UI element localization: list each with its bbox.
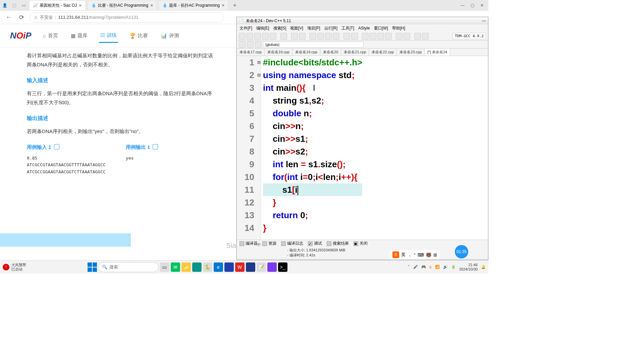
notifications-icon[interactable]: 🔔 (481, 265, 486, 269)
mic-icon[interactable]: 🎤 (413, 265, 418, 269)
tab-close[interactable]: ✖关闭 (354, 241, 368, 246)
close-icon[interactable]: × (79, 3, 82, 8)
menu-file[interactable]: 文件[F] (239, 25, 252, 31)
reload-button[interactable]: ⟳ (17, 13, 26, 22)
menu-search[interactable]: 搜索[S] (273, 25, 286, 31)
tab-compile-log[interactable]: 编译日志 (281, 241, 303, 246)
run-button[interactable] (317, 33, 324, 40)
menu-view[interactable]: 视图[V] (290, 25, 303, 31)
close-icon[interactable]: × (150, 3, 153, 8)
menu-run[interactable]: 运行[R] (324, 25, 337, 31)
compile-run-button[interactable] (325, 33, 332, 40)
minimize-button[interactable]: — (482, 18, 486, 23)
cross-button[interactable] (404, 33, 410, 40)
fold-column[interactable]: ⊟⊟ (257, 56, 261, 240)
weather-widget[interactable]: ! 大风预警 已启动 (3, 263, 26, 271)
browser-tab-3[interactable]: 💧 题库 - 拓扑AC Programming × (159, 1, 228, 10)
notepad-icon[interactable]: 📝 (257, 262, 266, 272)
print-button[interactable] (280, 33, 287, 40)
app-icon[interactable] (224, 262, 234, 272)
compiler-selector[interactable]: TDM-GCC 4.9.2 (452, 33, 486, 39)
clock[interactable]: 21:46 2024/10/30 (459, 263, 478, 271)
redo-button[interactable] (299, 33, 306, 40)
tab-search-results[interactable]: 搜索结果 (327, 241, 349, 246)
nav-training[interactable]: ☑训练 (99, 29, 118, 43)
menu-help[interactable]: 帮助[H] (392, 25, 405, 31)
wps-icon[interactable]: W (235, 262, 245, 272)
browser-tab-1[interactable]: 📈 基因相关性 - 5iac OJ × (30, 1, 85, 10)
debug-button[interactable] (343, 33, 350, 40)
ime-keyboard-icon[interactable]: ⌨ (418, 252, 424, 257)
code-area[interactable]: #include<bits/stdc++.h>using namespace s… (261, 56, 362, 240)
open-button[interactable] (247, 33, 253, 40)
menu-project[interactable]: 项目[P] (307, 25, 320, 31)
new-button[interactable] (239, 33, 246, 40)
site-logo[interactable]: NOiP (10, 31, 32, 41)
layout2-button[interactable] (370, 33, 376, 40)
tab-resources[interactable]: 资源 (262, 241, 276, 246)
start-button[interactable] (88, 262, 97, 272)
profile-button[interactable] (414, 33, 421, 40)
close-icon[interactable]: × (222, 3, 224, 8)
devcpp-icon[interactable] (246, 262, 255, 272)
compile-button[interactable] (310, 33, 316, 40)
layout-button[interactable] (362, 33, 369, 40)
ime-half-icon[interactable]: ° (414, 252, 416, 257)
wechat-icon[interactable]: ✉ (171, 262, 180, 272)
save-button[interactable] (254, 33, 261, 40)
workspace-icon[interactable]: ▭ (20, 2, 27, 9)
menu-edit[interactable]: 编辑[E] (256, 25, 269, 31)
stop-button[interactable] (351, 33, 358, 40)
profile2-button[interactable] (422, 33, 429, 40)
controller-icon[interactable]: 🎮 (421, 265, 426, 269)
battery-icon[interactable]: 🔋 (451, 265, 456, 269)
bookmark-button[interactable] (255, 41, 262, 48)
minimize-button[interactable]: — (461, 3, 465, 8)
nav-problems[interactable]: ▦题库 (69, 29, 89, 42)
editor-tab[interactable]: 未命名20 (320, 49, 341, 56)
ime-menu-icon[interactable]: ⊞ (433, 252, 437, 257)
profile-icon[interactable]: 👤 (1, 2, 8, 9)
copy-icon[interactable] (54, 144, 59, 149)
maximize-button[interactable]: ▢ (471, 3, 474, 8)
taskview-icon[interactable]: ▭ (160, 262, 169, 272)
back-button[interactable]: ← (4, 13, 13, 22)
editor-tab[interactable]: 未命名17.cpp (237, 49, 265, 56)
ide-titlebar[interactable]: 📄 未命名24 - Dev-C++ 5.11 — (237, 17, 488, 24)
nav-home[interactable]: ⌂首页 (42, 29, 59, 42)
editor-tab[interactable]: 未命名21.cpp (341, 49, 369, 56)
editor-tab[interactable]: 未命名19.cpp (292, 49, 320, 56)
forward-button[interactable] (247, 41, 254, 48)
tab-debug[interactable]: ✓调试 (308, 241, 322, 246)
close-window-button[interactable]: ✕ (480, 3, 484, 8)
timer-badge[interactable]: 01:35 (455, 245, 468, 258)
python-icon[interactable]: 🐍 (203, 262, 212, 272)
app-icon[interactable] (267, 262, 277, 272)
volume-icon[interactable]: 🔊 (443, 265, 448, 269)
editor-tab[interactable]: 未命名22.cpp (369, 49, 397, 56)
check-button[interactable] (396, 33, 402, 40)
sogou-tray-icon[interactable]: S (429, 265, 432, 269)
chevron-up-icon[interactable]: ˄ (408, 265, 410, 269)
tab-compiler[interactable]: 编译器 (239, 241, 258, 246)
explorer-icon[interactable]: 📁 (181, 262, 191, 272)
scope-selector[interactable]: (globals) (263, 42, 364, 48)
layout4-button[interactable] (385, 33, 392, 40)
back-button[interactable] (239, 41, 246, 48)
copy-icon[interactable] (153, 144, 158, 149)
menu-window[interactable]: 窗口[W] (374, 25, 388, 31)
close-button[interactable] (270, 33, 276, 40)
nav-judge[interactable]: 📊评测 (159, 29, 180, 42)
editor-tab[interactable]: 未命名23.cpp (397, 49, 425, 56)
wifi-icon[interactable]: 📶 (435, 265, 440, 269)
collections-icon[interactable]: ⬚ (11, 2, 17, 9)
ime-punct-icon[interactable]: ， (408, 252, 412, 258)
rebuild-button[interactable] (333, 33, 339, 40)
browser-tab-2[interactable]: 💧 比赛 - 拓扑AC Programming × (88, 1, 157, 10)
menu-tools[interactable]: 工具[T] (341, 25, 354, 31)
saveall-button[interactable] (262, 33, 269, 40)
undo-button[interactable] (291, 33, 298, 40)
editor-tab-active[interactable]: [*] 未命名24 (425, 49, 450, 56)
app-icon[interactable] (192, 262, 202, 272)
terminal-icon[interactable]: >_ (278, 262, 287, 272)
